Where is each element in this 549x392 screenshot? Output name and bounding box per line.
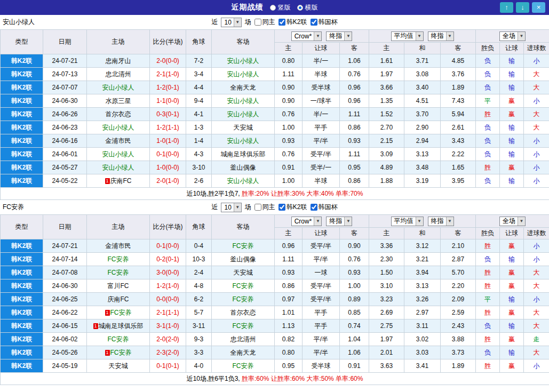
- crow-home-odds-cell: 0.93: [275, 134, 303, 148]
- col-avg-home: 主: [369, 228, 404, 239]
- close-button[interactable]: ×: [532, 2, 545, 13]
- handicap-result-cell: 输: [500, 293, 524, 306]
- results-table: 类型 日期 主场 比分(半场) 角球 客场 Crow*▼ 终指▼: [0, 214, 549, 385]
- avg-away-odds-cell: 3.73: [441, 346, 476, 359]
- team-name: FC安养: [3, 203, 24, 212]
- chevron-down-icon: ▼: [518, 32, 525, 41]
- crow-away-odds-cell: 1.00: [340, 279, 369, 293]
- avg-home-odds-cell: 2.75: [369, 319, 404, 333]
- crow-home-odds-cell: 1.11: [275, 253, 303, 266]
- wdl-result-cell: 负: [476, 54, 500, 68]
- final-odds-select-2[interactable]: 终指▼: [428, 217, 454, 226]
- score-cell: 3-0(0-0): [150, 266, 186, 279]
- handicap-result-cell: 赢: [500, 266, 524, 279]
- match-count-select[interactable]: 10▼: [221, 203, 241, 212]
- match-row: 韩K2联24-07-13忠北清州2-1(1-0)3-4安山小绿人1.11半球0.…: [1, 68, 549, 81]
- avg-away-odds-cell: 3.88: [441, 333, 476, 346]
- horizontal-layout-radio[interactable]: 横版: [297, 3, 318, 12]
- crow-home-odds-cell: 1.00: [275, 121, 303, 134]
- handicap-cell: 受平/半: [303, 279, 340, 293]
- full-match-select[interactable]: 全场▼: [499, 217, 526, 226]
- chevron-down-icon: ▼: [446, 217, 453, 226]
- odds-source-select[interactable]: Crow*▼: [291, 31, 322, 41]
- average-odds-select[interactable]: 平均值▼: [391, 217, 424, 226]
- avg-draw-odds-cell: 3.48: [404, 161, 441, 174]
- crow-away-odds-cell: 0.74: [340, 319, 369, 333]
- handicap-result-cell: 赢: [500, 359, 524, 373]
- near-label: 近: [211, 203, 218, 212]
- score-cell: 2-0(1-0): [150, 174, 186, 188]
- away-team-cell: 忠北清州: [212, 333, 275, 346]
- odds-source-select[interactable]: Crow*▼: [291, 217, 322, 226]
- avg-away-odds-cell: 5.70: [441, 266, 476, 279]
- home-team-cell: 金浦市民: [87, 239, 150, 253]
- score-cell: 1-2(1-0): [150, 279, 186, 293]
- date-cell: 24-06-23: [43, 121, 87, 134]
- away-team-cell: FC安养: [212, 293, 275, 306]
- avg-away-odds-cell: 2.59: [441, 306, 476, 319]
- crow-away-odds-cell: 0.86: [340, 121, 369, 134]
- handicap-cell: 半/一: [303, 54, 340, 68]
- avg-away-odds-cell: 2.61: [441, 121, 476, 134]
- match-row: 韩K2联24-06-01安山小绿人0-1(0-0)4-3城南足球俱乐部0.76受…: [1, 148, 549, 161]
- average-odds-select[interactable]: 平均值▼: [391, 31, 424, 41]
- summary-lead: 近10场,胜6平1负3,: [187, 375, 240, 382]
- crow-home-odds-cell: 1.00: [275, 174, 303, 188]
- move-up-button[interactable]: ↑: [500, 2, 513, 13]
- same-home-checkbox[interactable]: 同主: [254, 203, 275, 212]
- korean-cup-checkbox[interactable]: 韩国杯: [311, 18, 338, 27]
- same-home-checkbox[interactable]: 同主: [254, 18, 275, 27]
- home-team-cell: 忠北清州: [87, 68, 150, 81]
- col-avg-away: 客: [441, 43, 476, 54]
- chevron-down-icon: ▼: [446, 32, 453, 41]
- goals-result-cell: 大: [524, 68, 549, 81]
- home-team-cell: 水原三星: [87, 94, 150, 108]
- date-cell: 24-05-22: [43, 174, 87, 188]
- chevron-down-icon: ▼: [314, 32, 321, 41]
- home-team-cell: 1FC安养: [87, 306, 150, 319]
- league-cell: 韩K2联: [1, 306, 43, 319]
- avg-draw-odds-cell: 3.03: [404, 346, 441, 359]
- col-home: 主场: [87, 215, 150, 239]
- match-row: 韩K2联24-05-261FC安养2-3(2-0)3-3全南天龙0.80平/半1…: [1, 346, 549, 359]
- crow-away-odds-cell: 0.95: [340, 161, 369, 174]
- away-team-cell: 首尔衣恋: [212, 306, 275, 319]
- crow-away-odds-cell: 0.96: [340, 81, 369, 94]
- date-cell: 24-07-21: [43, 239, 87, 253]
- league-cell: 韩K2联: [1, 81, 43, 94]
- crow-home-odds-cell: 0.80: [275, 54, 303, 68]
- col-crow-away: 客: [340, 228, 369, 239]
- red-card-badge: 1: [105, 178, 110, 184]
- handicap-cell: 受半球: [303, 81, 340, 94]
- wdl-result-cell: 胜: [476, 333, 500, 346]
- league-k2-checkbox[interactable]: 韩K2联: [279, 203, 307, 212]
- handicap-cell: 平手: [303, 121, 340, 134]
- match-count-select[interactable]: 10▼: [221, 18, 241, 27]
- final-odds-select[interactable]: 终指▼: [326, 31, 352, 41]
- chevron-down-icon: ▼: [518, 217, 525, 226]
- avg-draw-odds-cell: 3.70: [404, 108, 441, 121]
- vertical-layout-radio[interactable]: 竖版: [270, 3, 291, 12]
- avg-away-odds-cell: 2.22: [441, 148, 476, 161]
- handicap-result-cell: 输: [500, 148, 524, 161]
- move-down-button[interactable]: ↓: [516, 2, 529, 13]
- avg-home-odds-cell: 1.97: [369, 333, 404, 346]
- final-odds-select[interactable]: 终指▼: [326, 217, 352, 226]
- score-cell: 0-0(0-0): [150, 293, 186, 306]
- league-cell: 韩K2联: [1, 359, 43, 373]
- avg-home-odds-cell: 2.69: [369, 306, 404, 319]
- handicap-cell: 平/半: [303, 346, 340, 359]
- final-odds-select-2[interactable]: 终指▼: [428, 31, 454, 41]
- wdl-result-cell: 平: [476, 293, 500, 306]
- handicap-result-cell: 赢: [500, 94, 524, 108]
- avg-home-odds-cell: 2.70: [369, 121, 404, 134]
- league-k2-checkbox[interactable]: 韩K2联: [279, 18, 307, 27]
- avg-away-odds-cell: 1.89: [441, 359, 476, 373]
- full-match-select[interactable]: 全场▼: [499, 31, 526, 41]
- wdl-result-cell: 负: [476, 134, 500, 148]
- korean-cup-checkbox[interactable]: 韩国杯: [311, 203, 338, 212]
- crow-home-odds-cell: 0.90: [275, 94, 303, 108]
- match-row: 韩K2联24-07-14FC安养0-2(0-1)10-3釜山偶像1.11平/半0…: [1, 253, 549, 266]
- home-team-cell: 金浦市民: [87, 134, 150, 148]
- corner-cell: 4-4: [186, 81, 212, 94]
